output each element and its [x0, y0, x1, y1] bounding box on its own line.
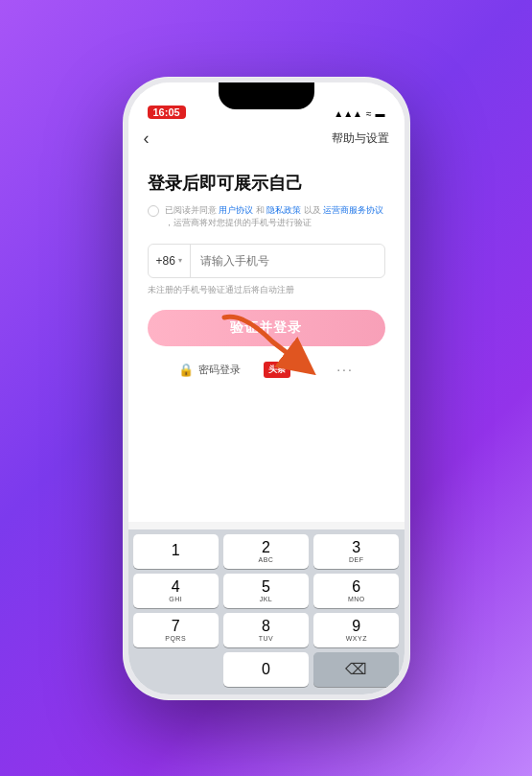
login-content: 登录后即可展示自己 已阅读并同意 用户协议 和 隐私政策 以及 运营商服务协议 …: [128, 156, 405, 522]
key-2-number: 2: [262, 540, 270, 555]
key-7-letters: PQRS: [165, 635, 186, 642]
key-empty-left: [133, 652, 219, 687]
other-login-options: 🔒 密码登录 头条 ···: [148, 362, 385, 378]
more-login-option[interactable]: ···: [336, 362, 354, 377]
privacy-link[interactable]: 隐私政策: [266, 205, 301, 215]
phone-number-input[interactable]: [191, 245, 384, 277]
key-4-number: 4: [172, 579, 180, 595]
lock-icon: 🔒: [178, 363, 194, 377]
key-7-number: 7: [172, 619, 180, 634]
key-3-letters: DEF: [349, 556, 364, 563]
key-5-letters: JKL: [260, 596, 273, 602]
agreement-radio[interactable]: [148, 205, 159, 217]
agreement-row: 已阅读并同意 用户协议 和 隐私政策 以及 运营商服务协议 ，运营商将对您提供的…: [148, 204, 385, 230]
agreement-suffix: ，运营商将对您提供的手机号进行验证: [165, 218, 312, 227]
key-5-number: 5: [262, 579, 270, 595]
phone-screen: 16:05 ▲▲▲ ≈ ▬ ‹ 帮助与设置 登录后即可展示自己 已阅读并同意 用…: [128, 82, 405, 694]
key-2[interactable]: 2 ABC: [223, 534, 309, 569]
agreement-and: 和: [256, 205, 265, 215]
keyboard-divider: [128, 522, 405, 529]
key-4[interactable]: 4 GHI: [133, 574, 219, 608]
battery-icon: ▬: [376, 108, 385, 119]
verify-login-button[interactable]: 验证并登录: [148, 310, 385, 346]
user-agreement-link[interactable]: 用户协议: [219, 205, 253, 215]
status-time: 16:05: [148, 106, 186, 119]
nav-title: 帮助与设置: [332, 130, 389, 147]
key-0-number: 0: [262, 662, 270, 677]
agreement-text: 已阅读并同意 用户协议 和 隐私政策 以及 运营商服务协议 ，运营商将对您提供的…: [165, 204, 385, 230]
keyboard-row-4: 0 ⌫: [128, 647, 405, 694]
key-3-number: 3: [352, 540, 360, 555]
key-9-letters: WXYZ: [346, 635, 367, 642]
key-4-letters: GHI: [169, 596, 182, 602]
key-delete[interactable]: ⌫: [313, 652, 399, 687]
key-8-number: 8: [262, 619, 270, 634]
notch: [219, 82, 314, 109]
key-9-number: 9: [352, 619, 360, 634]
country-code-selector[interactable]: +86 ▾: [149, 245, 191, 277]
toutiao-login-option[interactable]: 头条: [264, 362, 290, 378]
password-login-label: 密码登录: [198, 363, 241, 377]
dropdown-arrow-icon: ▾: [178, 256, 182, 265]
key-8-letters: TUV: [259, 635, 274, 642]
key-1[interactable]: 1: [133, 534, 219, 569]
phone-device: 16:05 ▲▲▲ ≈ ▬ ‹ 帮助与设置 登录后即可展示自己 已阅读并同意 用…: [123, 77, 410, 700]
signal-icon: ▲▲▲: [334, 108, 362, 119]
password-login-option[interactable]: 🔒 密码登录: [178, 363, 241, 377]
key-1-number: 1: [172, 543, 180, 558]
back-button[interactable]: ‹: [144, 129, 150, 149]
country-code-value: +86: [156, 254, 175, 268]
keyboard-row-1: 1 2 ABC 3 DEF: [128, 529, 405, 569]
toutiao-badge: 头条: [264, 362, 290, 378]
keyboard-row-3: 7 PQRS 8 TUV 9 WXYZ: [128, 608, 405, 647]
key-6[interactable]: 6 MNO: [313, 574, 399, 608]
key-0[interactable]: 0: [223, 652, 309, 687]
more-icon: ···: [336, 362, 354, 377]
status-icons: ▲▲▲ ≈ ▬: [334, 108, 384, 119]
carrier-link[interactable]: 运营商服务协议: [323, 205, 383, 215]
agreement-prefix: 已阅读并同意: [165, 205, 217, 215]
delete-icon: ⌫: [345, 660, 367, 678]
page-title: 登录后即可展示自己: [148, 172, 385, 195]
numeric-keyboard: 1 2 ABC 3 DEF 4 GHI 5: [128, 529, 405, 694]
nav-bar: ‹ 帮助与设置: [128, 125, 405, 156]
key-5[interactable]: 5 JKL: [223, 574, 309, 608]
key-9[interactable]: 9 WXYZ: [313, 613, 399, 647]
status-bar: 16:05 ▲▲▲ ≈ ▬: [128, 82, 405, 125]
auto-register-hint: 未注册的手机号验证通过后将自动注册: [148, 284, 385, 296]
key-2-letters: ABC: [259, 556, 274, 563]
key-7[interactable]: 7 PQRS: [133, 613, 219, 647]
wifi-icon: ≈: [366, 108, 372, 119]
key-6-letters: MNO: [348, 596, 365, 602]
keyboard-row-2: 4 GHI 5 JKL 6 MNO: [128, 569, 405, 608]
key-3[interactable]: 3 DEF: [313, 534, 399, 569]
phone-input-row[interactable]: +86 ▾: [148, 244, 385, 278]
key-6-number: 6: [352, 579, 360, 595]
key-8[interactable]: 8 TUV: [223, 613, 309, 647]
agreement-mid: 以及: [304, 205, 321, 215]
